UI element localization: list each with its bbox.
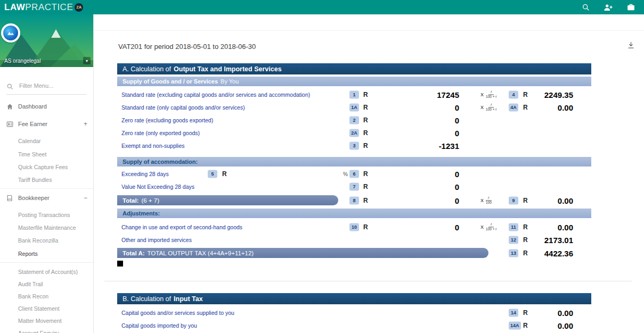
sidebar: AS orangelegal ▾ Dashboard Fee Earner + …: [0, 14, 94, 333]
header-divider: [94, 30, 644, 31]
expand-toggle[interactable]: +: [84, 120, 87, 128]
brand-za-badge: ZA: [75, 3, 83, 12]
field-code-badge: 9: [509, 197, 518, 205]
currency-symbol: R: [363, 197, 368, 204]
vat-row-5-6: Exceeding 28 days 5 R % 6 R 0: [117, 168, 591, 180]
sidebar-item-label: Quick Capture Fees: [18, 164, 68, 170]
field-value: 0: [455, 116, 459, 125]
sidebar-item-label: Reports: [18, 251, 38, 257]
sidebar-item-label: Tariff Bundles: [18, 177, 52, 183]
tax-fraction: X r100 + r: [480, 222, 496, 231]
collapse-toggle[interactable]: −: [84, 194, 87, 202]
field-code-badge: 1: [349, 91, 359, 99]
row-label: Standard rate (only capital goods and/or…: [121, 104, 245, 111]
sidebar-item-label: Time Sheet: [18, 151, 46, 157]
adjustments-subheader: Adjustments:: [117, 209, 591, 218]
tax-fraction: X r100 + r: [480, 103, 496, 112]
account-menu-caret[interactable]: ▾: [83, 57, 91, 64]
field-code-badge: 8: [349, 197, 359, 205]
sidebar-item-bookkeeper[interactable]: Bookkeeper −: [0, 192, 94, 204]
add-user-icon[interactable]: [604, 3, 613, 12]
fraction-denominator: 100 + r: [486, 108, 496, 112]
total-a-label-bold: Total A:: [123, 250, 145, 256]
total-label-rest: (6 + 7): [141, 197, 159, 204]
sidebar-item-bank-reconzilla[interactable]: Bank Reconzilla: [0, 235, 94, 246]
sidebar-item-dashboard[interactable]: Dashboard: [0, 101, 94, 112]
adjustments-subheader-text: Adjustments:: [123, 210, 160, 217]
total-6-7-bar: Total: (6 + 7): [117, 195, 338, 205]
row-label: Capital goods imported by you: [121, 322, 197, 329]
accommodation-subheader-text: Supply of accommodation:: [123, 159, 198, 165]
currency-symbol: R: [363, 91, 368, 98]
total-a-label-rest: TOTAL OUTPUT TAX (4+4A+9+11+12): [148, 250, 254, 256]
multiply-sign: X: [480, 198, 484, 203]
ledger-book-icon: [6, 194, 14, 202]
sidebar-item-client-statement[interactable]: Client Statement: [0, 303, 94, 314]
sidebar-item-reports[interactable]: Reports −: [0, 248, 94, 260]
currency-symbol: R: [523, 309, 528, 317]
sidebar-item-fee-earner[interactable]: Fee Earner +: [0, 118, 94, 130]
field-value: 0.00: [558, 223, 573, 232]
sidebar-item-label: Bank Reconzilla: [18, 237, 58, 244]
sidebar-item-posting-transactions[interactable]: Posting Transactions +: [0, 209, 94, 221]
vat-row-2a: Zero rate (only exported goods) 2A R 0: [117, 127, 591, 139]
sidebar-item-quick-capture-fees[interactable]: Quick Capture Fees: [0, 161, 94, 173]
field-value: 0.00: [558, 196, 573, 205]
row-label: Change in use and export of second-hand …: [121, 224, 242, 230]
fraction-numerator: r: [488, 90, 494, 95]
sidebar-item-account-enquiry[interactable]: Account Enquiry: [0, 327, 94, 333]
main-content: VAT201 for period 2018-05-01 to 2018-06-…: [94, 14, 644, 333]
filter-menu-input[interactable]: [18, 82, 86, 89]
sidebar-item-matter-movement[interactable]: Matter Movement: [0, 315, 94, 327]
currency-symbol: R: [222, 170, 227, 178]
fraction-denominator: 100: [486, 201, 492, 205]
section-b-rows: Capital goods and/or services supplied t…: [117, 306, 591, 332]
currency-symbol: R: [523, 197, 528, 204]
sidebar-item-label: Bookkeeper: [18, 195, 50, 201]
sidebar-item-label: Posting Transactions: [18, 212, 70, 218]
row-label: Standard rate (excluding capital goods a…: [121, 91, 310, 98]
fraction-numerator: r: [488, 222, 494, 227]
field-code-badge: 14A: [509, 322, 521, 330]
sidebar-item-calendar[interactable]: Calendar: [0, 135, 94, 147]
currency-symbol: R: [523, 223, 528, 231]
brand-logo[interactable]: LAW PRACTICE ZA: [4, 2, 83, 13]
sidebar-item-bank-recon[interactable]: Bank Recon: [0, 290, 94, 302]
avatar[interactable]: [1, 23, 20, 43]
download-icon[interactable]: [627, 41, 635, 49]
filter-underline: [6, 94, 86, 95]
vat-row-1: Standard rate (excluding capital goods a…: [117, 88, 591, 101]
field-code-badge: 13: [509, 249, 518, 257]
sidebar-item-audit-trail[interactable]: Audit Trail: [0, 278, 94, 290]
field-value: 17245: [437, 90, 459, 99]
goods-subheader-suffix: By You: [221, 78, 239, 85]
brand-practice-text: PRACTICE: [25, 2, 73, 13]
currency-symbol: R: [363, 142, 368, 149]
profile-panel[interactable]: AS orangelegal ▾: [0, 14, 94, 67]
briefcase-icon[interactable]: [626, 3, 635, 12]
goods-subheader: Supply of Goods and / or Services By You: [117, 77, 591, 86]
sidebar-item-label: Calendar: [18, 138, 41, 144]
field-code-badge: 2: [349, 116, 359, 124]
search-icon[interactable]: [581, 3, 591, 12]
account-name: AS orangelegal: [4, 58, 40, 64]
field-code-badge: 5: [208, 170, 217, 178]
total-a-bar: Total A: TOTAL OUTPUT TAX (4+4A+9+11+12): [117, 248, 488, 258]
sidebar-item-label: Client Statement: [18, 305, 60, 312]
field-value: 0: [455, 103, 459, 112]
multiply-sign: X: [480, 224, 484, 230]
menu-filter: [0, 80, 94, 94]
sidebar-item-label: Dashboard: [18, 103, 47, 110]
sidebar-item-time-sheet[interactable]: Time Sheet: [0, 148, 94, 160]
field-code-badge: 3: [349, 142, 359, 150]
field-code-badge: 10: [349, 223, 359, 231]
sidebar-item-masterfile-maintenance[interactable]: Masterfile Maintenance +: [0, 222, 94, 234]
section-b-title: Input Tax: [174, 295, 203, 303]
field-value: 0.00: [558, 309, 573, 318]
tax-fraction: X r100: [480, 196, 492, 205]
sidebar-item-statement-of-accounts[interactable]: Statement of Account(s): [0, 266, 94, 278]
black-marker: [117, 261, 123, 267]
goods-rows: Standard rate (excluding capital goods a…: [117, 88, 591, 152]
sidebar-item-tariff-bundles[interactable]: Tariff Bundles: [0, 174, 94, 186]
sidebar-item-label: Matter Movement: [18, 318, 62, 324]
